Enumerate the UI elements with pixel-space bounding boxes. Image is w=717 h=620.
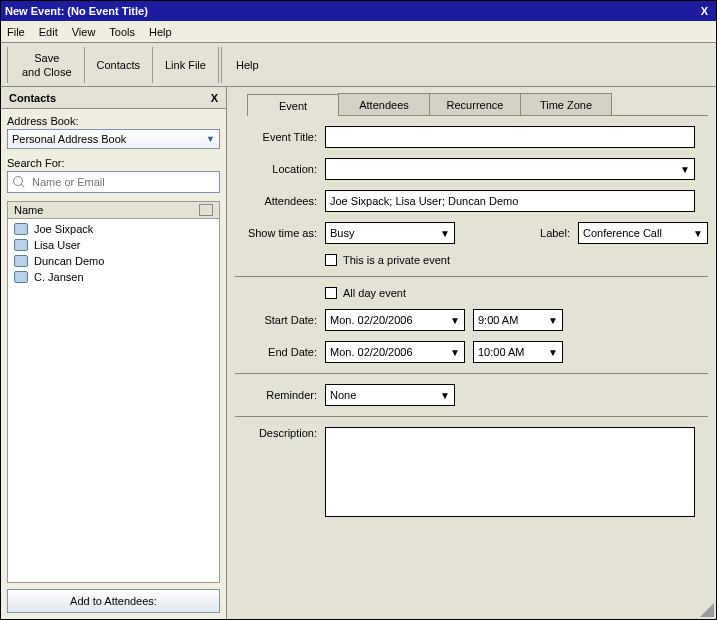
add-to-attendees-button[interactable]: Add to Attendees: [7, 589, 220, 613]
contact-name: Duncan Demo [34, 255, 104, 267]
start-date-value: Mon. 02/20/2006 [330, 314, 413, 326]
row-location: Location: ▼ [235, 158, 708, 180]
search-input[interactable] [30, 175, 215, 189]
row-attendees: Attendees: Joe Sixpack; Lisa User; Dunca… [235, 190, 708, 212]
body: Contacts X Address Book: Personal Addres… [1, 87, 716, 619]
separator [7, 47, 8, 83]
chevron-down-icon: ▼ [440, 228, 450, 239]
row-allday: All day event [325, 287, 708, 299]
divider [235, 416, 708, 417]
window: New Event: (No Event Title) X File Edit … [0, 0, 717, 620]
reminder-value: None [330, 389, 356, 401]
row-reminder: Reminder: None ▼ [235, 384, 708, 406]
label-select[interactable]: Conference Call ▼ [578, 222, 708, 244]
address-book-select[interactable]: Personal Address Book ▼ [7, 129, 220, 149]
menu-file[interactable]: File [7, 26, 25, 38]
link-file-button[interactable]: Link File [153, 47, 219, 83]
main-panel: Event Attendees Recurrence Time Zone Eve… [227, 87, 716, 619]
menu-help[interactable]: Help [149, 26, 172, 38]
chevron-down-icon: ▼ [450, 315, 460, 326]
chevron-down-icon: ▼ [450, 347, 460, 358]
divider [235, 373, 708, 374]
start-time-select[interactable]: 9:00 AM ▼ [473, 309, 563, 331]
start-date-select[interactable]: Mon. 02/20/2006 ▼ [325, 309, 465, 331]
chevron-down-icon: ▼ [548, 315, 558, 326]
private-label: This is a private event [343, 254, 450, 266]
toolbar: Save and Close Contacts Link File Help [1, 43, 716, 87]
end-time-value: 10:00 AM [478, 346, 524, 358]
row-description: Description: [235, 427, 708, 517]
event-title-input[interactable] [325, 126, 695, 148]
label-label: Label: [540, 227, 578, 239]
row-end-date: End Date: Mon. 02/20/2006 ▼ 10:00 AM ▼ [235, 341, 708, 363]
attendees-input[interactable]: Joe Sixpack; Lisa User; Duncan Demo [325, 190, 695, 212]
address-book-value: Personal Address Book [12, 133, 126, 145]
menu-edit[interactable]: Edit [39, 26, 58, 38]
search-input-wrap [7, 171, 220, 193]
separator [221, 47, 222, 83]
location-input[interactable]: ▼ [325, 158, 695, 180]
end-date-value: Mon. 02/20/2006 [330, 346, 413, 358]
event-title-label: Event Title: [235, 131, 325, 143]
row-private: This is a private event [325, 254, 708, 266]
show-time-select[interactable]: Busy ▼ [325, 222, 455, 244]
menubar: File Edit View Tools Help [1, 21, 716, 43]
contact-icon [14, 239, 28, 251]
chevron-down-icon: ▼ [548, 347, 558, 358]
contact-icon [14, 271, 28, 283]
contact-name: Lisa User [34, 239, 80, 251]
tabs: Event Attendees Recurrence Time Zone [247, 93, 708, 116]
contacts-sidebar: Contacts X Address Book: Personal Addres… [1, 87, 227, 619]
contact-icon [14, 223, 28, 235]
window-title: New Event: (No Event Title) [5, 5, 148, 17]
list-item[interactable]: Duncan Demo [8, 253, 219, 269]
tab-attendees[interactable]: Attendees [338, 93, 430, 115]
search-icon [12, 175, 26, 189]
titlebar: New Event: (No Event Title) X [1, 1, 716, 21]
label-value: Conference Call [583, 227, 662, 239]
attendees-label: Attendees: [235, 195, 325, 207]
resize-handle-icon[interactable] [698, 601, 714, 617]
sidebar-close-icon[interactable]: X [211, 92, 218, 104]
sidebar-title: Contacts [9, 92, 56, 104]
address-book-label: Address Book: [7, 115, 220, 127]
contacts-button[interactable]: Contacts [85, 47, 153, 83]
help-button[interactable]: Help [224, 47, 271, 83]
save-close-button[interactable]: Save and Close [10, 47, 85, 83]
list-item[interactable]: C. Jansen [8, 269, 219, 285]
show-time-value: Busy [330, 227, 354, 239]
sidebar-header: Contacts X [1, 87, 226, 109]
tab-event[interactable]: Event [247, 94, 339, 116]
contact-icon [14, 255, 28, 267]
name-column-header: Name [14, 204, 43, 216]
search-label: Search For: [7, 157, 220, 169]
tab-recurrence[interactable]: Recurrence [429, 93, 521, 115]
row-event-title: Event Title: [235, 126, 708, 148]
contact-list[interactable]: Joe Sixpack Lisa User Duncan Demo C. Jan… [7, 219, 220, 583]
chevron-down-icon: ▼ [206, 134, 215, 144]
sidebar-inner: Address Book: Personal Address Book ▼ Se… [1, 109, 226, 583]
contact-list-header[interactable]: Name [7, 201, 220, 219]
tab-timezone[interactable]: Time Zone [520, 93, 612, 115]
reminder-select[interactable]: None ▼ [325, 384, 455, 406]
start-date-label: Start Date: [235, 314, 325, 326]
chevron-down-icon: ▼ [680, 164, 690, 175]
row-start-date: Start Date: Mon. 02/20/2006 ▼ 9:00 AM ▼ [235, 309, 708, 331]
allday-label: All day event [343, 287, 406, 299]
divider [235, 276, 708, 277]
description-textarea[interactable] [325, 427, 695, 517]
start-time-value: 9:00 AM [478, 314, 518, 326]
private-checkbox[interactable] [325, 254, 337, 266]
list-item[interactable]: Joe Sixpack [8, 221, 219, 237]
reminder-label: Reminder: [235, 389, 325, 401]
allday-checkbox[interactable] [325, 287, 337, 299]
end-date-label: End Date: [235, 346, 325, 358]
menu-view[interactable]: View [72, 26, 96, 38]
end-date-select[interactable]: Mon. 02/20/2006 ▼ [325, 341, 465, 363]
close-icon[interactable]: X [697, 5, 712, 17]
description-label: Description: [235, 427, 325, 439]
end-time-select[interactable]: 10:00 AM ▼ [473, 341, 563, 363]
list-item[interactable]: Lisa User [8, 237, 219, 253]
menu-tools[interactable]: Tools [109, 26, 135, 38]
row-showtime: Show time as: Busy ▼ Label: Conference C… [235, 222, 708, 244]
